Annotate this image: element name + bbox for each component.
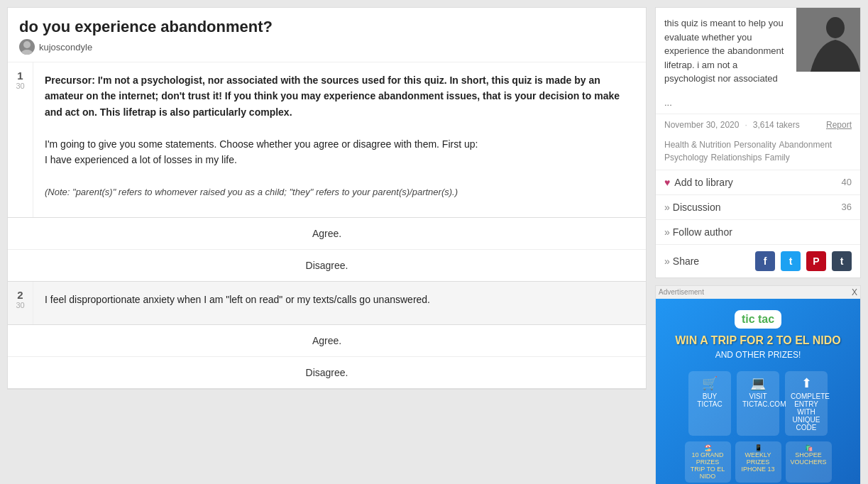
follow-author-row[interactable]: » Follow author bbox=[656, 220, 860, 245]
tag-psychology[interactable]: Psychology bbox=[664, 153, 708, 163]
sidebar-thumbnail bbox=[796, 8, 860, 72]
tag-family[interactable]: Family bbox=[764, 153, 789, 163]
shopee-prizes: 🛍️ SHOPEE VOUCHERS bbox=[786, 441, 832, 483]
question-1-number: 1 30 bbox=[8, 62, 33, 217]
add-to-library-row[interactable]: ♥ Add to library 40 bbox=[656, 170, 860, 195]
question-1-answers: Agree. Disagree. bbox=[8, 218, 646, 282]
sidebar-top: this quiz is meant to help you evaluate … bbox=[656, 8, 860, 94]
sidebar-desc-text: this quiz is meant to help you evaluate … bbox=[664, 18, 784, 84]
facebook-share-button[interactable]: f bbox=[755, 251, 775, 271]
svg-point-3 bbox=[826, 17, 845, 38]
meta-takers: 3,614 takers bbox=[753, 120, 800, 130]
q1-num: 1 bbox=[17, 70, 23, 82]
sidebar-meta: November 30, 2020 · 3,614 takers Report bbox=[656, 114, 860, 136]
q2-agree-button[interactable]: Agree. bbox=[8, 325, 646, 357]
question-1-body: Precursor: I'm not a psychologist, nor a… bbox=[33, 62, 646, 217]
ad-prize-2[interactable]: 💻 VISIT TICTAC.COM bbox=[737, 371, 779, 436]
q2-disagree-button[interactable]: Disagree. bbox=[8, 357, 646, 388]
tag-abandonment[interactable]: Abandonment bbox=[779, 140, 832, 150]
q1-text-part1: Precursor: I'm not a psychologist, nor a… bbox=[45, 75, 620, 118]
question-2-body: I feel disproportionate anxiety when I a… bbox=[33, 282, 646, 324]
grand-prizes-label: 10 GRAND PRIZES bbox=[689, 451, 727, 466]
ad-prize-3[interactable]: ⬆ COMPLETE ENTRY WITH UNIQUE CODE bbox=[785, 371, 828, 436]
ad-footer: 🏖️ 10 GRAND PRIZES TRIP TO EL NIDO 📱 WEE… bbox=[685, 441, 832, 483]
discussion-label: Discussion bbox=[673, 202, 839, 213]
svg-point-1 bbox=[21, 50, 33, 55]
visit-icon: 💻 bbox=[742, 375, 774, 391]
more-label: ... bbox=[664, 97, 672, 108]
add-to-library-label: Add to library bbox=[674, 177, 838, 188]
tumblr-share-button[interactable]: t bbox=[832, 251, 852, 271]
quiz-author: kujoscondyle bbox=[19, 39, 634, 55]
ad-prizes: 🛒 BUY TICTAC 💻 VISIT TICTAC.COM ⬆ COMPLE… bbox=[688, 371, 828, 436]
shopee-label: SHOPEE VOUCHERS bbox=[790, 451, 828, 466]
share-label: Share bbox=[673, 255, 749, 267]
tag-health[interactable]: Health & Nutrition bbox=[664, 140, 731, 150]
complete-icon: ⬆ bbox=[791, 375, 822, 391]
grand-prizes: 🏖️ 10 GRAND PRIZES TRIP TO EL NIDO bbox=[685, 441, 731, 483]
iphone-label: IPHONE 13 bbox=[740, 466, 777, 473]
ad-headline: WIN A TRIP FOR 2 TO EL NIDO bbox=[675, 334, 841, 347]
pinterest-share-button[interactable]: P bbox=[806, 251, 826, 271]
q1-agree-button[interactable]: Agree. bbox=[8, 218, 646, 250]
question-1-block: 1 30 Precursor: I'm not a psychologist, … bbox=[8, 62, 646, 218]
ad-label: Advertisement bbox=[659, 288, 704, 296]
ad-logo-tac: tac bbox=[758, 313, 774, 325]
ad-content: tic tac WIN A TRIP FOR 2 TO EL NIDO AND … bbox=[656, 299, 860, 485]
discussion-count: 36 bbox=[842, 202, 852, 212]
q1-total: 30 bbox=[16, 82, 24, 90]
ad-block: Advertisement X tic tac WIN A TRIP FOR 2… bbox=[655, 285, 861, 485]
q1-text-part2: I'm going to give you some statements. C… bbox=[45, 138, 478, 150]
ad-headline-text: WIN A TRIP FOR 2 TO EL NIDO bbox=[675, 334, 841, 346]
ad-close-button[interactable]: X bbox=[852, 287, 857, 297]
tag-personality[interactable]: Personality bbox=[734, 140, 776, 150]
page-wrapper: do you experience abandonment? kujoscond… bbox=[0, 0, 868, 484]
report-link[interactable]: Report bbox=[826, 120, 852, 130]
complete-label: COMPLETE ENTRY WITH UNIQUE CODE bbox=[791, 392, 822, 431]
weekly-prizes: 📱 WEEKLY PRIZES IPHONE 13 bbox=[735, 441, 781, 483]
author-avatar bbox=[19, 39, 35, 55]
discussion-row[interactable]: » Discussion 36 bbox=[656, 195, 860, 220]
sidebar-actions: ♥ Add to library 40 » Discussion 36 » Fo… bbox=[656, 170, 860, 277]
ad-header: Advertisement X bbox=[656, 286, 860, 299]
question-2-text: I feel disproportionate anxiety when I a… bbox=[45, 292, 634, 307]
author-name: kujoscondyle bbox=[39, 42, 92, 53]
weekly-prizes-label: WEEKLY PRIZES bbox=[740, 451, 777, 466]
q2-total: 30 bbox=[16, 301, 24, 309]
discussion-prefix: » bbox=[664, 202, 670, 213]
thumbnail-image bbox=[796, 8, 860, 72]
heart-icon: ♥ bbox=[664, 177, 670, 188]
add-to-library-count: 40 bbox=[842, 177, 852, 187]
follow-author-label: Follow author bbox=[673, 226, 852, 238]
question-2-block: 2 30 I feel disproportionate anxiety whe… bbox=[8, 282, 646, 325]
svg-point-0 bbox=[23, 41, 31, 48]
sidebar: this quiz is meant to help you evaluate … bbox=[655, 7, 861, 484]
question-2-answers: Agree. Disagree. bbox=[8, 325, 646, 389]
quiz-title: do you experience abandonment? bbox=[19, 18, 634, 36]
share-icons: f t P t bbox=[755, 251, 852, 271]
trip-label: TRIP TO EL NIDO bbox=[689, 466, 727, 480]
question-2-number: 2 30 bbox=[8, 282, 33, 324]
ad-logo: tic tac bbox=[735, 310, 781, 329]
sidebar-tags: Health & Nutrition Personality Abandonme… bbox=[656, 136, 860, 170]
q1-disagree-button[interactable]: Disagree. bbox=[8, 250, 646, 281]
main-content: do you experience abandonment? kujoscond… bbox=[7, 7, 647, 390]
q2-num: 2 bbox=[17, 289, 23, 301]
buy-label: BUY TICTAC bbox=[694, 392, 725, 408]
tag-relationships[interactable]: Relationships bbox=[710, 153, 762, 163]
share-prefix: » bbox=[664, 255, 670, 267]
share-row: » Share f t P t bbox=[656, 245, 860, 277]
meta-date: November 30, 2020 bbox=[664, 120, 739, 130]
ad-prize-1[interactable]: 🛒 BUY TICTAC bbox=[688, 371, 731, 436]
q1-text-part3: I have experienced a lot of losses in my… bbox=[45, 154, 237, 165]
q1-note: (Note: "parent(s)" refers to whomever ra… bbox=[45, 187, 458, 197]
follow-prefix: » bbox=[664, 226, 670, 238]
meta-dot: · bbox=[745, 120, 747, 130]
visit-label: VISIT TICTAC.COM bbox=[742, 392, 774, 408]
twitter-share-button[interactable]: t bbox=[781, 251, 801, 271]
sidebar-description: this quiz is meant to help you evaluate … bbox=[656, 8, 796, 94]
buy-icon: 🛒 bbox=[694, 375, 725, 391]
sidebar-more: ... bbox=[656, 94, 860, 114]
sidebar-info: this quiz is meant to help you evaluate … bbox=[655, 7, 861, 278]
quiz-header: do you experience abandonment? kujoscond… bbox=[8, 8, 646, 62]
